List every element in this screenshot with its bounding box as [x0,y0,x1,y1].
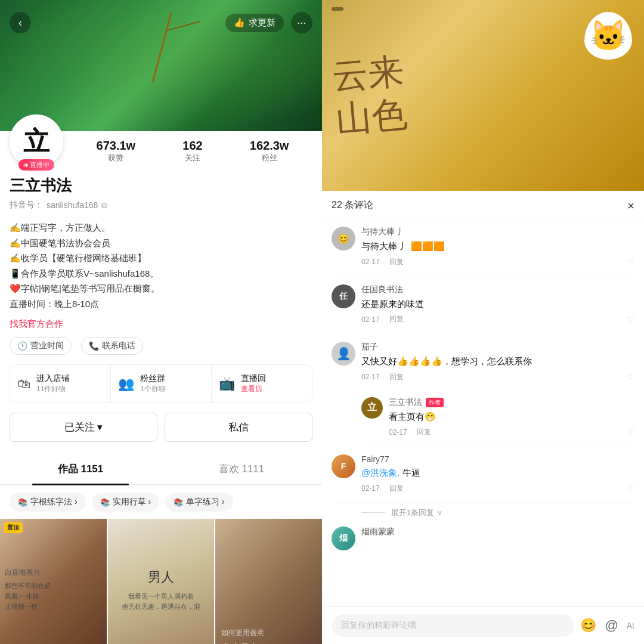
stat-likes[interactable]: 673.1w 获赞 [97,139,136,163]
like-button[interactable]: ♡ [627,484,634,493]
comment-text: @洪洗象. 牛逼 [361,466,634,480]
bottom-actions: 😊 @ At [580,618,634,633]
svg-rect-3 [27,164,28,166]
phone-icon: 📞 [89,341,99,351]
comment-text: 还是原来的味道 [361,298,634,311]
comment-username: 与待大棒 丿 [361,227,634,237]
author-reply: 立 三立书法 作者 看主页有😁 02-17 回复 ♡ [361,391,634,447]
svg-rect-2 [26,163,27,166]
tab-works[interactable]: 作品 1151 [0,454,161,484]
like-button[interactable]: ♡ [627,315,634,324]
message-button[interactable]: 私信 [165,413,312,442]
shop-row: 🛍 进入店铺 11件好物 👥 粉丝群 1个群聊 📺 直播回 查看历 [10,364,312,403]
video-thumb-2[interactable]: 如何更用善意 山来风色 [215,519,322,644]
author-tag: 作者 [426,398,444,407]
comment-meta: 02-17 回复 ♡ [361,372,634,382]
follow-button[interactable]: 已关注 ▾ [10,413,157,442]
official-link[interactable]: 找我官方合作 [10,318,312,330]
close-button[interactable]: × [627,200,634,212]
mention-icon[interactable]: @ [605,618,618,633]
expand-replies-button[interactable]: 展开1条回复 ∨ [332,507,634,518]
copy-icon[interactable]: ⧉ [101,200,107,210]
douyin-id: 抖音号： sanlishufa168 ⧉ [10,200,312,210]
stat-followers[interactable]: 162.3w 粉丝 [250,139,289,163]
collection-tag-2[interactable]: 📚 单字练习 › [165,493,233,512]
avatar-stats-row: 立 直播中 673.1w 获赞 162 关注 162.3w 粉丝 [10,114,312,168]
cover-nav: ‹ 👍 求更新 ··· [0,0,322,45]
livestream-history-button[interactable]: 📺 直播回 查看历 [212,365,312,402]
comment-meta: 02-17 回复 ♡ [361,257,634,267]
stat-following[interactable]: 162 关注 [182,139,202,163]
reply-button[interactable]: 回复 [389,484,404,494]
comment-body: 烟雨蒙蒙 [361,527,634,550]
author-avatar: 立 [361,397,383,419]
back-button[interactable]: ‹ [10,12,31,33]
comments-header: 22 条评论 × [322,191,644,218]
tv-icon: 📺 [219,376,235,392]
comment-item: 😊 与待大棒 丿 与待大棒 丿 🟧🟧🟧 02-17 回复 ♡ [332,218,634,276]
at-label: At [627,621,634,630]
emoji-icon[interactable]: 😊 [580,618,596,633]
video-thumb-1[interactable]: 男人 我看见一个男人凋朽着他无机无趣，遇遇自在，混 [108,519,215,644]
comment-item: 👤 茄子 又快又好👍👍👍👍，想学习，怎么联系你 02-17 回复 ♡ [332,333,634,391]
video-thumb-0[interactable]: 白鹿电视台 那些不可能在超 凤凰/一生路 止境我一程 置顶 [0,519,107,644]
comments-list[interactable]: 😊 与待大棒 丿 与待大棒 丿 🟧🟧🟧 02-17 回复 ♡ 任 任国良书法 还… [322,218,644,606]
video-cover[interactable]: 云来山色 🐱 [322,0,644,191]
comment-body: 茄子 又快又好👍👍👍👍，想学习，怎么联系你 02-17 回复 ♡ [361,342,634,382]
left-panel: ‹ 👍 求更新 ··· 立 直播中 673.1w [0,0,322,644]
fans-group-button[interactable]: 👥 粉丝群 1个群聊 [111,365,212,402]
comment-avatar: 😊 [332,227,355,250]
lucky-cat: 🐱 [584,12,632,60]
reply-button[interactable]: 回复 [417,427,431,437]
more-button[interactable]: ··· [291,12,312,33]
comment-item: 烟 烟雨蒙蒙 [332,518,634,559]
tab-likes[interactable]: 喜欢 1111 [161,454,322,484]
update-button[interactable]: 👍 求更新 [225,14,284,32]
comment-username: 任国良书法 [361,284,634,295]
comment-username: 烟雨蒙蒙 [361,527,634,537]
collection-tag-1[interactable]: 📚 实用行草 › [92,493,160,512]
shop-icon: 🛍 [17,376,30,392]
like-button[interactable]: ♡ [627,428,634,437]
comment-body: 任国良书法 还是原来的味道 02-17 回复 ♡ [361,284,634,325]
avatar-wrapper: 立 直播中 [10,114,63,168]
svg-rect-1 [25,164,26,166]
comment-meta: 02-17 回复 ♡ [389,427,634,437]
clock-icon: 🕐 [17,341,27,351]
video-grid: 白鹿电视台 那些不可能在超 凤凰/一生路 止境我一程 置顶 男人 我看见一个男人… [0,519,322,644]
shop-button[interactable]: 🛍 进入店铺 11件好物 [10,365,111,402]
fans-icon: 👥 [118,376,134,392]
reply-button[interactable]: 回复 [389,257,404,267]
comment-avatar: 烟 [332,527,355,550]
video-cover-status [322,0,644,18]
comment-input[interactable]: 回复你的精彩评论哦 [332,614,574,637]
bio: ✍️端正写字，方正做人。 ✍️中国硬笔书法协会会员 ✍️收学员【硬笔行楷网络基础… [10,220,312,311]
pin-badge: 置顶 [4,522,23,533]
comment-meta: 02-17 回复 ♡ [361,314,634,324]
reply-button[interactable]: 回复 [389,372,404,382]
right-panel: 云来山色 🐱 22 条评论 × 😊 与待大棒 丿 与待大棒 丿 🟧🟧🟧 02-1… [322,0,644,644]
comment-text: 与待大棒 丿 🟧🟧🟧 [361,240,634,253]
collection-tag-0[interactable]: 📚 字根练字法 › [10,493,86,512]
stats-row: 673.1w 获赞 162 关注 162.3w 粉丝 [63,139,312,168]
like-button[interactable]: ♡ [627,257,634,267]
bottom-comment-bar: 回复你的精彩评论哦 😊 @ At [322,606,644,644]
like-button[interactable]: ♡ [627,372,634,382]
collection-icon-1: 📚 [100,498,110,507]
author-reply-text: 看主页有😁 [389,410,634,424]
comment-text: 又快又好👍👍👍👍，想学习，怎么联系你 [361,355,634,369]
comment-body: 与待大棒 丿 与待大棒 丿 🟧🟧🟧 02-17 回复 ♡ [361,227,634,267]
comment-avatar: 任 [332,284,355,308]
contact-row: 🕐 营业时间 📞 联系电话 [10,337,312,355]
username: 三立书法 [10,175,312,196]
profile-section: 立 直播中 673.1w 获赞 162 关注 162.3w 粉丝 [0,131,322,454]
comment-body: Fairy77 @洪洗象. 牛逼 02-17 回复 ♡ [361,454,634,494]
business-hours-button[interactable]: 🕐 营业时间 [10,337,72,355]
reply-button[interactable]: 回复 [389,314,404,324]
svg-rect-0 [24,163,24,166]
live-badge: 直播中 [18,159,54,171]
cover-image: ‹ 👍 求更新 ··· [0,0,322,131]
comment-item: F Fairy77 @洪洗象. 牛逼 02-17 回复 ♡ [332,446,634,503]
comment-avatar: F [332,454,355,478]
phone-button[interactable]: 📞 联系电话 [81,337,143,355]
